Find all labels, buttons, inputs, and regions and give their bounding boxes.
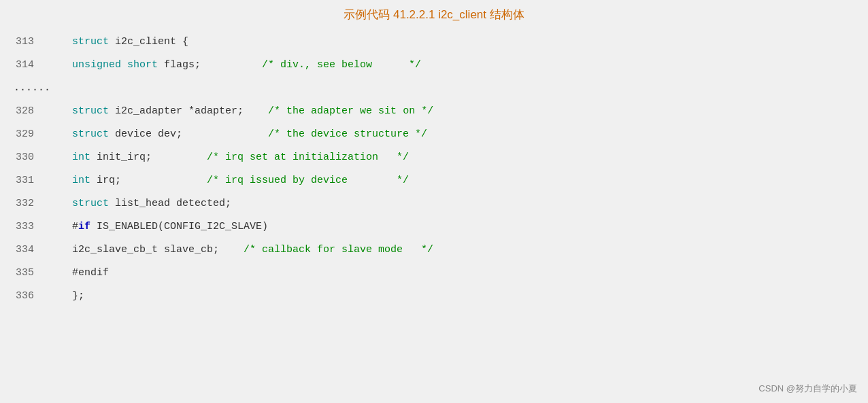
code-line: 331 int irq; /* irq issued by device */ xyxy=(0,169,868,192)
code-line: 313 struct i2c_client { xyxy=(0,31,868,54)
line-number: 331 xyxy=(0,169,48,192)
code-container: 示例代码 41.2.2.1 i2c_client 结构体 313 struct … xyxy=(0,0,868,403)
code-line: 332 struct list_head detected; xyxy=(0,192,868,215)
code-line: 328 struct i2c_adapter *adapter; /* the … xyxy=(0,100,868,123)
line-content: unsigned short flags; /* div., see below… xyxy=(48,54,868,77)
line-number: 314 xyxy=(0,54,48,77)
line-number: 329 xyxy=(0,123,48,146)
title-bar: 示例代码 41.2.2.1 i2c_client 结构体 xyxy=(0,0,868,28)
line-number: 336 xyxy=(0,285,48,308)
line-number: 330 xyxy=(0,146,48,169)
line-content: #endif xyxy=(48,262,868,285)
line-content: struct i2c_adapter *adapter; /* the adap… xyxy=(48,100,868,123)
line-number: 334 xyxy=(0,239,48,262)
line-number: 313 xyxy=(0,31,48,54)
code-line: 333 #if IS_ENABLED(CONFIG_I2C_SLAVE) xyxy=(0,215,868,239)
dots-line: ...... xyxy=(0,77,868,100)
code-line: 336 }; xyxy=(0,285,868,308)
line-content: struct i2c_client { xyxy=(48,31,868,54)
code-line: 335 #endif xyxy=(0,262,868,285)
line-content: int init_irq; /* irq set at initializati… xyxy=(48,146,868,169)
line-number: 333 xyxy=(0,215,48,239)
line-content: struct device dev; /* the device structu… xyxy=(48,123,868,146)
line-content: i2c_slave_cb_t slave_cb; /* callback for… xyxy=(48,239,868,262)
dots-text: ...... xyxy=(14,77,50,100)
code-block: 313 struct i2c_client { 314 unsigned sho… xyxy=(0,28,868,315)
line-number: 328 xyxy=(0,100,48,123)
line-content: struct list_head detected; xyxy=(48,192,868,215)
code-line: 329 struct device dev; /* the device str… xyxy=(0,123,868,146)
code-line: 334 i2c_slave_cb_t slave_cb; /* callback… xyxy=(0,239,868,262)
watermark: CSDN @努力自学的小夏 xyxy=(758,383,857,395)
line-number: 332 xyxy=(0,192,48,215)
code-line: 314 unsigned short flags; /* div., see b… xyxy=(0,54,868,77)
line-number: 335 xyxy=(0,262,48,285)
line-content: #if IS_ENABLED(CONFIG_I2C_SLAVE) xyxy=(48,215,868,239)
line-content: }; xyxy=(48,285,868,308)
code-line: 330 int init_irq; /* irq set at initiali… xyxy=(0,146,868,169)
line-content: int irq; /* irq issued by device */ xyxy=(48,169,868,192)
